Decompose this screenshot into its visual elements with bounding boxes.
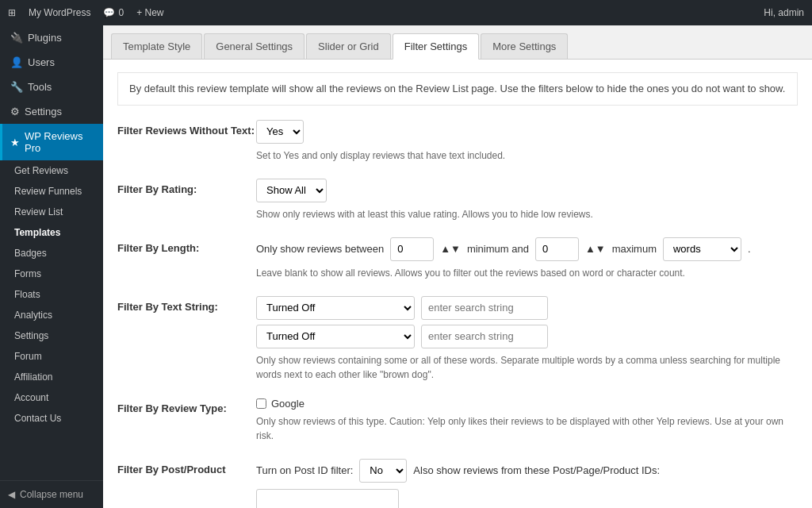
filter-without-text-desc: Set to Yes and only display reviews that… — [256, 148, 798, 163]
filter-by-post-label: Filter By Post/Product — [117, 459, 256, 509]
length-max-input[interactable] — [535, 237, 579, 261]
post-ids-input[interactable] — [256, 489, 399, 509]
filter-by-text-string-row: Filter By Text String: Turned Off Contai… — [117, 296, 798, 382]
users-icon: 👤 — [10, 56, 23, 68]
sidebar-sub-analytics[interactable]: Analytics — [0, 305, 103, 325]
new-link[interactable]: + New — [136, 7, 163, 18]
main-content: Template Style General Settings Slider o… — [103, 25, 812, 508]
sidebar-sub-affiliation[interactable]: Affiliation — [0, 367, 103, 387]
content-area: By default this review template will sho… — [103, 60, 812, 508]
sidebar-item-users[interactable]: 👤 Users — [0, 50, 103, 75]
post-id-filter-select[interactable]: No Yes — [359, 459, 407, 483]
sidebar-item-wp-reviews[interactable]: ★ WP Reviews Pro — [0, 124, 103, 160]
length-prefix: Only show reviews between — [256, 243, 384, 255]
text-string-input-1[interactable] — [421, 296, 548, 320]
tab-more-settings[interactable]: More Settings — [481, 33, 568, 59]
star-icon: ★ — [10, 137, 20, 148]
info-box: By default this review template will sho… — [117, 72, 798, 106]
tab-general-settings[interactable]: General Settings — [204, 33, 304, 59]
filter-by-text-string-desc: Only show reviews containing some or all… — [256, 353, 798, 382]
filter-without-text-label: Filter Reviews Without Text: — [117, 120, 256, 163]
sidebar-item-plugins[interactable]: 🔌 Plugins — [0, 25, 103, 50]
comment-count: 0 — [118, 7, 124, 18]
sidebar-users-label: Users — [28, 56, 55, 68]
sidebar-sub-templates[interactable]: Templates — [0, 222, 103, 243]
sidebar-settings-label: Settings — [25, 106, 62, 117]
length-min-label: minimum and — [467, 243, 529, 255]
filter-by-review-type-control: Google Only show reviews of this type. C… — [256, 398, 798, 443]
site-name[interactable]: My WordPress — [29, 7, 90, 18]
filter-by-text-string-control: Turned Off Contains Does Not Contain Tur… — [256, 296, 798, 382]
sidebar-sub-floats[interactable]: Floats — [0, 284, 103, 305]
text-string-select-2[interactable]: Turned Off Contains Does Not Contain — [256, 325, 415, 348]
tab-slider-or-grid[interactable]: Slider or Grid — [306, 33, 391, 59]
length-min-stepper: ▲▼ — [440, 243, 461, 255]
sidebar-wp-reviews-label: WP Reviews Pro — [25, 130, 95, 154]
filter-by-length-desc: Leave blank to show all reviews. Allows … — [256, 266, 798, 280]
sidebar-sub-contact-us[interactable]: Contact Us — [0, 408, 103, 429]
filter-by-rating-row: Filter By Rating: Show All 1 Star 2 Star… — [117, 179, 798, 221]
tab-filter-settings[interactable]: Filter Settings — [393, 33, 479, 60]
length-max-stepper: ▲▼ — [585, 243, 606, 255]
length-min-input[interactable] — [390, 237, 434, 261]
sidebar-sub-get-reviews[interactable]: Get Reviews — [0, 160, 103, 181]
also-show-label: Also show reviews from these Post/Page/P… — [413, 464, 660, 476]
comment-icon: 💬 — [103, 7, 115, 18]
sidebar-plugins-label: Plugins — [28, 32, 62, 44]
google-label: Google — [271, 398, 304, 410]
filter-without-text-select[interactable]: Yes No — [256, 120, 304, 144]
filter-by-rating-select[interactable]: Show All 1 Star 2 Stars 3 Stars 4 Stars … — [256, 179, 327, 202]
filter-by-length-control: Only show reviews between ▲▼ minimum and… — [256, 237, 798, 280]
sidebar-sub-account[interactable]: Account — [0, 387, 103, 408]
filter-by-review-type-desc: Only show reviews of this type. Caution:… — [256, 414, 798, 443]
greeting: Hi, admin — [764, 7, 804, 18]
filter-by-length-row: Filter By Length: Only show reviews betw… — [117, 237, 798, 280]
tab-template-style[interactable]: Template Style — [111, 33, 202, 59]
sidebar-sub-forms[interactable]: Forms — [0, 264, 103, 284]
length-unit-select[interactable]: words characters — [663, 237, 741, 261]
tools-icon: 🔧 — [10, 81, 23, 93]
filter-without-text-row: Filter Reviews Without Text: Yes No Set … — [117, 120, 798, 163]
filter-by-length-label: Filter By Length: — [117, 237, 256, 280]
sidebar-sub-badges[interactable]: Badges — [0, 243, 103, 264]
google-checkbox[interactable] — [256, 398, 266, 409]
filter-by-review-type-row: Filter By Review Type: Google Only show … — [117, 398, 798, 443]
filter-by-review-type-label: Filter By Review Type: — [117, 398, 256, 443]
sidebar-sub-settings[interactable]: Settings — [0, 325, 103, 346]
sidebar-item-settings[interactable]: ⚙ Settings — [0, 99, 103, 124]
settings-icon: ⚙ — [10, 106, 20, 117]
filter-by-post-row: Filter By Post/Product Turn on Post ID f… — [117, 459, 798, 509]
collapse-label: Collapse menu — [20, 489, 83, 500]
comments-link[interactable]: 💬 0 — [103, 7, 124, 18]
collapse-icon: ◀ — [8, 489, 15, 500]
wp-logo-icon: ⊞ — [8, 7, 16, 18]
plugin-icon: 🔌 — [10, 32, 23, 44]
top-bar: ⊞ My WordPress 💬 0 + New Hi, admin — [0, 0, 812, 25]
filter-by-rating-desc: Show only reviews with at least this val… — [256, 207, 798, 221]
sidebar-tools-label: Tools — [28, 81, 52, 93]
filter-by-rating-label: Filter By Rating: — [117, 179, 256, 221]
sidebar-sub-review-funnels[interactable]: Review Funnels — [0, 181, 103, 202]
filter-without-text-control: Yes No Set to Yes and only display revie… — [256, 120, 798, 163]
sidebar-sub-review-list[interactable]: Review List — [0, 202, 103, 222]
sidebar-sub-forum[interactable]: Forum — [0, 346, 103, 367]
filter-by-text-string-label: Filter By Text String: — [117, 296, 256, 382]
text-string-select-1[interactable]: Turned Off Contains Does Not Contain — [256, 296, 415, 320]
filter-by-rating-control: Show All 1 Star 2 Stars 3 Stars 4 Stars … — [256, 179, 798, 221]
length-suffix: . — [748, 243, 751, 255]
collapse-menu-button[interactable]: ◀ Collapse menu — [0, 480, 103, 508]
filter-by-post-control: Turn on Post ID filter: No Yes Also show… — [256, 459, 798, 509]
google-checkbox-label[interactable]: Google — [256, 398, 798, 410]
length-max-label: maximum — [612, 243, 657, 255]
text-string-input-2[interactable] — [421, 325, 548, 348]
sidebar-item-tools[interactable]: 🔧 Tools — [0, 75, 103, 99]
tab-bar: Template Style General Settings Slider o… — [103, 25, 812, 60]
sidebar: 🔌 Plugins 👤 Users 🔧 Tools ⚙ Settings ★ W… — [0, 25, 103, 508]
post-id-filter-label: Turn on Post ID filter: — [256, 464, 353, 476]
